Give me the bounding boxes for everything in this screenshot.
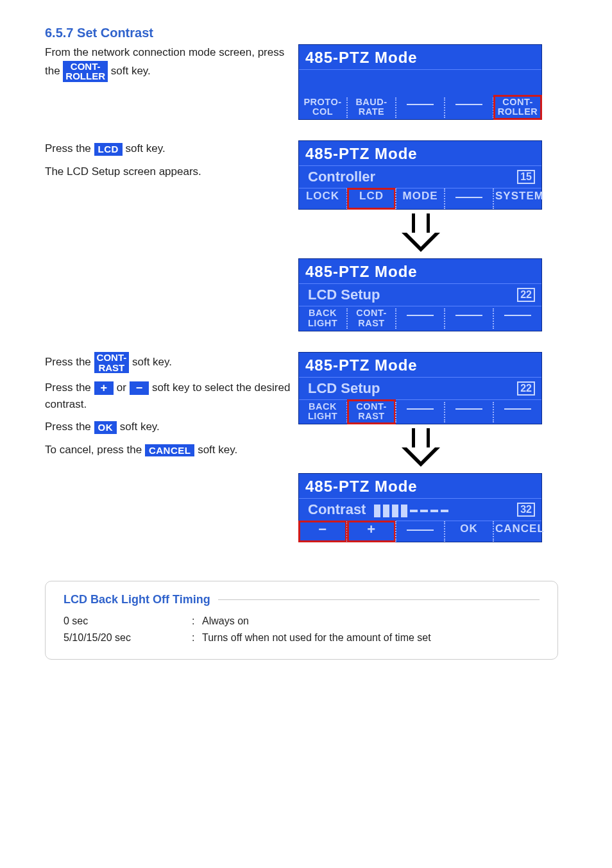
lcd4-softkeys: − + OK CANCEL — [299, 521, 541, 542]
timing-key-1: 5/10/15/20 sec — [64, 632, 192, 644]
step2-line-a: Press the LCD soft key. — [45, 140, 298, 157]
meter-segment — [383, 505, 389, 517]
sk-empty — [445, 188, 493, 209]
step3-line-1: Press the CONT- RAST soft key. — [45, 352, 298, 374]
chip-ok: OK — [94, 421, 117, 434]
step2-suffix: soft key. — [126, 142, 166, 154]
lcd4-sub-label: Contrast — [308, 501, 366, 517]
meter-segment — [410, 510, 418, 512]
chip-controller: CONT- ROLLER — [63, 61, 108, 83]
sk-empty — [396, 400, 444, 424]
sk-empty — [494, 306, 541, 330]
timing-key-0: 0 sec — [64, 615, 192, 627]
lcd3b-softkeys: BACK LIGHT CONT- RAST — [299, 400, 541, 424]
chip-contrast: CONT- RAST — [94, 352, 130, 374]
lcd1-title: 485-PTZ Mode — [299, 45, 541, 70]
step-2-row: Press the LCD soft key. The LCD Setup sc… — [45, 140, 577, 331]
sk-baudrate[interactable]: BAUD- RATE — [348, 96, 395, 119]
lcd3b-sub-label: LCD Setup — [308, 380, 380, 397]
sk-empty — [445, 400, 493, 424]
lcd-panel-3: 485-PTZ Mode LCD Setup 22 BACK LIGHT CON… — [298, 258, 542, 331]
lcd2-title: 485-PTZ Mode — [299, 141, 541, 166]
section-heading: 6.5.7 Set Contrast — [45, 26, 577, 40]
step3-l1-prefix: Press the — [45, 356, 94, 368]
timing-grid: 0 sec : Always on 5/10/15/20 sec : Turns… — [64, 615, 540, 644]
timing-val-1: Turns off when not used for the amount o… — [202, 632, 540, 644]
chip-plus: + — [94, 381, 114, 395]
timing-title: LCD Back Light Off Timing — [64, 593, 540, 606]
sk-minus[interactable]: − — [299, 521, 346, 542]
sk-system[interactable]: SYSTEM — [494, 188, 541, 209]
timing-card: LCD Back Light Off Timing 0 sec : Always… — [45, 581, 558, 660]
sk-empty — [396, 96, 444, 119]
lcd3b-index: 22 — [517, 381, 535, 396]
rule-icon — [218, 599, 540, 600]
sk-mode[interactable]: MODE — [396, 188, 444, 209]
timing-title-text: LCD Back Light Off Timing — [64, 593, 210, 606]
sk-empty — [494, 400, 541, 424]
lcd2-index: 15 — [517, 170, 535, 184]
sk-empty — [396, 521, 444, 542]
lcd4-title: 485-PTZ Mode — [299, 474, 541, 499]
step3-l1-suffix: soft key. — [132, 356, 172, 368]
meter-segment — [392, 505, 398, 517]
step3-l4a: To cancel, press the — [45, 444, 145, 456]
chip-minus: − — [130, 381, 149, 395]
sk-backlight[interactable]: BACK LIGHT — [299, 400, 346, 424]
step3-l3a: Press the — [45, 421, 94, 433]
lcd-panel-4: 485-PTZ Mode Contrast 32 − + OK — [298, 473, 542, 542]
arrow-down-icon — [402, 213, 440, 252]
meter-segment — [401, 505, 407, 517]
chip-lcd: LCD — [94, 143, 123, 156]
sk-lcd[interactable]: LCD — [348, 188, 395, 209]
contrast-meter — [374, 505, 448, 517]
lcd2-sub-label: Controller — [308, 169, 375, 185]
sk-contrast[interactable]: CONT- RAST — [348, 400, 395, 424]
step2-line-b: The LCD Setup screen appears. — [45, 163, 298, 180]
step1-text: From the network connection mode screen,… — [45, 44, 298, 82]
step3-l2b: or — [117, 381, 130, 394]
step3-l4b: soft key. — [198, 444, 237, 456]
arrow-down-icon — [402, 428, 440, 467]
timing-colon: : — [192, 615, 202, 627]
meter-segment — [420, 510, 428, 512]
sk-cancel[interactable]: CANCEL — [494, 521, 541, 542]
meter-segment — [430, 510, 438, 512]
chip-cancel: CANCEL — [145, 444, 195, 457]
arrow-down-1 — [298, 210, 543, 258]
lcd-panel-1: 485-PTZ Mode PROTO- COL BAUD- RATE CONT-… — [298, 44, 542, 120]
step3-line-3: Press the OK soft key. — [45, 419, 298, 435]
sk-empty — [445, 306, 493, 330]
lcd1-spacer — [299, 70, 541, 96]
step-3-row: Press the CONT- RAST soft key. Press the… — [45, 352, 577, 542]
lcd3b-title: 485-PTZ Mode — [299, 353, 541, 378]
lcd-panel-2: 485-PTZ Mode Controller 15 LOCK LCD MODE… — [298, 140, 542, 210]
sk-empty — [445, 96, 493, 119]
lcd4-index: 32 — [517, 503, 535, 517]
lcd2-softkeys: LOCK LCD MODE SYSTEM — [299, 188, 541, 209]
lcd3-title: 485-PTZ Mode — [299, 259, 541, 284]
arrow-down-2 — [298, 424, 543, 473]
lcd1-softkeys: PROTO- COL BAUD- RATE CONT- ROLLER — [299, 96, 541, 119]
lcd3-softkeys: BACK LIGHT CONT- RAST — [299, 306, 541, 330]
lcd-panel-3b: 485-PTZ Mode LCD Setup 22 BACK LIGHT CON… — [298, 352, 542, 424]
sk-controller[interactable]: CONT- ROLLER — [494, 96, 541, 119]
step1-suffix: soft key. — [111, 65, 151, 77]
step3-l2a: Press the — [45, 381, 94, 394]
sk-contrast[interactable]: CONT- RAST — [348, 306, 395, 330]
lcd3b-sub: LCD Setup 22 — [299, 378, 541, 400]
step3-line-2: Press the + or − soft key to select the … — [45, 380, 298, 412]
step3-line-4: To cancel, press the CANCEL soft key. — [45, 442, 298, 458]
sk-ok[interactable]: OK — [445, 521, 493, 542]
sk-empty — [396, 306, 444, 330]
lcd3-sub: LCD Setup 22 — [299, 284, 541, 306]
sk-protocol[interactable]: PROTO- COL — [299, 96, 346, 119]
lcd2-sub: Controller 15 — [299, 166, 541, 188]
meter-segment — [374, 505, 380, 517]
step2-prefix: Press the — [45, 142, 94, 154]
sk-lock[interactable]: LOCK — [299, 188, 346, 209]
timing-val-0: Always on — [202, 615, 540, 627]
sk-backlight[interactable]: BACK LIGHT — [299, 306, 346, 330]
sk-plus[interactable]: + — [348, 521, 395, 542]
step-1-row: From the network connection mode screen,… — [45, 44, 577, 120]
